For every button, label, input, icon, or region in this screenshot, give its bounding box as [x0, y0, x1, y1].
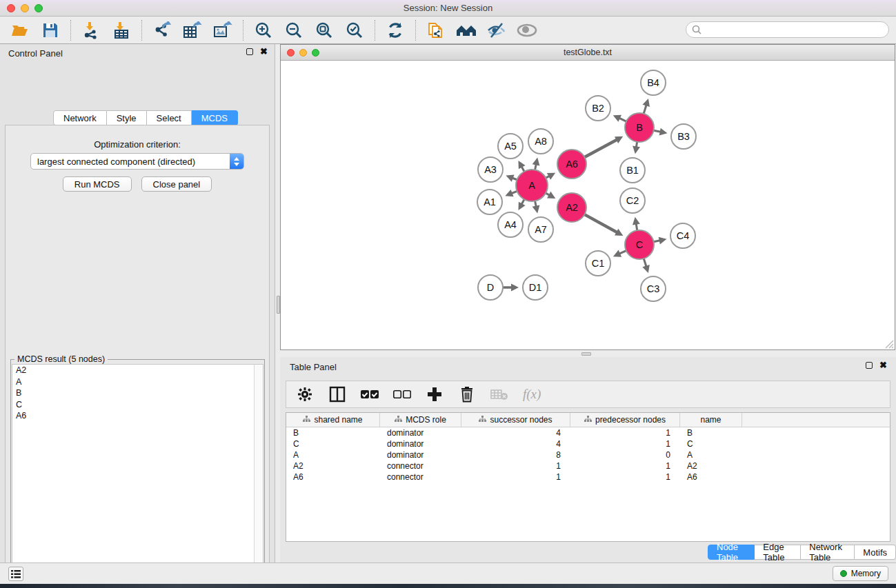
export-table-icon[interactable]	[182, 20, 203, 41]
close-panel-icon[interactable]: ✖	[260, 48, 268, 55]
table-cell: A	[680, 449, 742, 460]
graph-node-label: B4	[647, 77, 659, 88]
graph-node-label: B	[636, 122, 643, 133]
panel-divider-handle[interactable]	[277, 296, 280, 314]
memory-button[interactable]: Memory	[833, 566, 888, 581]
first-neighbors-icon[interactable]	[456, 20, 477, 41]
table-settings-icon[interactable]	[296, 385, 314, 403]
table-cell: 4	[461, 438, 570, 449]
column-header-shared-name[interactable]: shared name	[286, 413, 380, 427]
zoom-out-icon[interactable]	[283, 20, 304, 41]
hide-selected-icon[interactable]	[486, 20, 507, 41]
criterion-dropdown-value: largest connected component (directed)	[31, 156, 230, 167]
column-header-mcds-role[interactable]: MCDS role	[380, 413, 461, 427]
result-list-item[interactable]: A	[12, 376, 263, 388]
result-list-item[interactable]: A2	[12, 365, 263, 376]
control-panel-tabs: NetworkStyleSelectMCDS	[53, 110, 238, 125]
deselect-all-icon[interactable]	[393, 385, 411, 403]
graph-node-label: A5	[504, 141, 517, 152]
table-header-row: shared nameMCDS rolesuccessor nodesprede…	[286, 413, 890, 427]
resize-grip-icon[interactable]	[884, 339, 894, 349]
graph-node-label: C3	[647, 283, 660, 294]
close-panel-button[interactable]: Close panel	[141, 176, 212, 192]
edge-arrowhead	[633, 146, 640, 154]
network-canvas[interactable]: B4B2BB3A8A5A6B1A3AC2A1A2A4A7C4CC1C3DD1	[281, 61, 895, 349]
add-column-icon[interactable]	[426, 385, 444, 403]
clone-network-icon[interactable]	[426, 20, 446, 41]
zoom-fit-icon[interactable]	[314, 20, 335, 41]
column-browser-icon[interactable]	[328, 385, 346, 403]
list-menu-icon	[11, 570, 21, 578]
refresh-icon[interactable]	[385, 20, 406, 41]
table-cell: 1	[461, 460, 570, 472]
run-mcds-button[interactable]: Run MCDS	[63, 176, 132, 192]
edge-arrowhead	[659, 237, 667, 245]
attribute-icon	[303, 415, 310, 425]
table-row[interactable]: Adominator80A	[286, 449, 890, 460]
graph-node-label: A	[528, 180, 535, 191]
tab-mcds[interactable]: MCDS	[192, 110, 238, 125]
tab-edge-table[interactable]: Edge Table	[755, 545, 801, 560]
edge-arrowhead	[532, 158, 540, 166]
float-table-panel-icon[interactable]	[866, 362, 873, 369]
network-view-window: testGlobe.txt B4B2BB3A8A5A6B1A3AC2A1A2A4…	[280, 44, 895, 350]
save-session-icon[interactable]	[40, 20, 61, 41]
tab-node-table[interactable]: Node Table	[708, 545, 755, 560]
table-cell: 1	[570, 427, 680, 438]
graph-node-label: B2	[592, 103, 604, 114]
table-row[interactable]: A6connector11A6	[286, 472, 890, 483]
tab-motifs[interactable]: Motifs	[855, 545, 896, 560]
show-panels-menu-button[interactable]	[8, 567, 23, 581]
mcds-result-title: MCDS result (5 nodes)	[14, 354, 108, 364]
column-header-successor-nodes[interactable]: successor nodes	[461, 413, 570, 427]
control-panel-title: Control Panel	[8, 48, 63, 59]
table-row[interactable]: Cdominator41C	[286, 438, 890, 449]
float-panel-icon[interactable]	[246, 48, 253, 55]
criterion-dropdown[interactable]: largest connected component (directed)	[30, 153, 244, 170]
network-window-titlebar[interactable]: testGlobe.txt	[281, 45, 895, 61]
show-all-icon[interactable]	[517, 20, 537, 41]
graph-node-label: A7	[535, 224, 547, 235]
result-scrollbar[interactable]	[254, 365, 263, 588]
column-header-predecessor-nodes[interactable]: predecessor nodes	[570, 413, 680, 427]
table-row[interactable]: Bdominator41B	[286, 427, 890, 438]
result-list-item[interactable]: A6	[12, 410, 263, 422]
result-list-item[interactable]: B	[12, 387, 263, 399]
search-input[interactable]	[686, 21, 889, 38]
mcds-result-box: MCDS result (5 nodes) A2ABCA6	[10, 359, 265, 588]
table-panel-title: Table Panel	[290, 362, 337, 372]
horizontal-divider-handle[interactable]	[581, 352, 591, 356]
table-tabs: Node TableEdge TableNetwork TableMotifs	[708, 545, 896, 560]
export-network-icon[interactable]	[152, 20, 172, 41]
import-table-icon[interactable]	[111, 20, 132, 41]
select-all-icon[interactable]	[361, 385, 379, 403]
network-graph[interactable]: B4B2BB3A8A5A6B1A3AC2A1A2A4A7C4CC1C3DD1	[281, 61, 895, 349]
attribute-icon	[395, 415, 402, 425]
mcds-result-list[interactable]: A2ABCA6	[12, 364, 263, 588]
zoom-selected-icon[interactable]	[344, 20, 365, 41]
result-list-item[interactable]: C	[12, 399, 263, 411]
table-panel: Table Panel ✖ f(x) shared nameMCDS ro	[280, 357, 896, 562]
import-network-icon[interactable]	[81, 20, 101, 41]
graph-edge[interactable]	[584, 214, 619, 234]
tab-network-table[interactable]: Network Table	[801, 545, 855, 560]
tab-style[interactable]: Style	[107, 110, 147, 125]
open-session-icon[interactable]	[10, 20, 30, 41]
node-table[interactable]: shared nameMCDS rolesuccessor nodesprede…	[286, 412, 890, 542]
edge-arrowhead	[642, 99, 650, 107]
edge-arrowhead	[659, 128, 668, 136]
tab-network[interactable]: Network	[53, 110, 107, 125]
export-image-icon[interactable]	[212, 20, 233, 41]
dropdown-stepper-icon	[230, 154, 243, 169]
zoom-in-icon[interactable]	[253, 20, 274, 41]
graph-node-label: C2	[626, 195, 639, 206]
tab-select[interactable]: Select	[147, 110, 192, 125]
delete-column-icon[interactable]	[458, 385, 476, 403]
control-panel: Control Panel ✖ NetworkStyleSelectMCDS O…	[0, 44, 275, 562]
graph-edge[interactable]	[584, 139, 619, 157]
edge-arrowhead	[511, 284, 519, 292]
close-table-panel-icon[interactable]: ✖	[879, 362, 887, 369]
table-row[interactable]: A2connector11A2	[286, 460, 890, 472]
column-header-name[interactable]: name	[680, 413, 742, 427]
function-builder-icon-disabled: f(x)	[523, 387, 541, 402]
